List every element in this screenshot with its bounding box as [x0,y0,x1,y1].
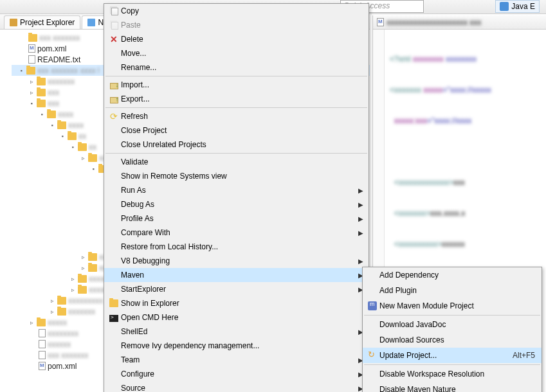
menu-restore-history[interactable]: Restore from Local History... [104,240,369,254]
java-perspective-button[interactable]: Java E [495,0,540,13]
tree-label: xxxxx [48,318,67,327]
file-icon [39,351,46,359]
expander-icon[interactable]: ▹ [80,155,86,161]
tree-label: xxxxxxxxx [68,296,103,305]
menu-import[interactable]: Import... [104,78,369,92]
menu-open-cmd[interactable]: Open CMD Here [104,310,369,325]
menu-shortcut: Alt+F5 [513,351,535,360]
expander-icon[interactable]: ▹ [28,89,35,96]
menu-close-unrelated[interactable]: Close Unrelated Projects [104,138,369,152]
menu-label: Delete [121,35,356,44]
submenu-disable-workspace[interactable]: Disable Workspace Resolution [363,366,541,382]
menu-show-in-explorer[interactable]: Show in Explorer [104,296,369,310]
menu-team[interactable]: Team▶ [104,353,369,367]
maven-file-icon [377,18,384,26]
expander-icon[interactable]: ▪ [18,67,24,74]
menu-configure[interactable]: Configure▶ [104,367,369,381]
tree-label: xxx xxxxxxx xxxx l [37,66,100,75]
folder-icon [78,143,87,151]
folder-icon [88,154,97,162]
menu-label: Update Project... [379,351,505,360]
expander-icon[interactable]: ▪ [49,122,55,129]
menu-export[interactable]: Export... [104,92,369,106]
paste-icon [111,22,118,30]
expander-icon[interactable]: ▪ [90,166,96,172]
menu-remove-ivy[interactable]: Remove Ivy dependency management... [104,339,369,353]
menu-label: Refresh [121,112,356,121]
submenu-update-project[interactable]: Update Project...Alt+F5 [363,348,541,363]
expander-icon[interactable]: ▹ [49,308,55,315]
menu-label: Add Dependency [379,271,535,280]
menu-label: Compare With [121,228,356,237]
cmd-icon [109,315,118,322]
expander-icon[interactable]: ▪ [69,144,76,150]
menu-run-as[interactable]: Run As▶ [104,183,369,197]
menu-validate[interactable]: Validate [104,155,369,169]
menu-label: Close Unrelated Projects [121,140,356,149]
menu-label: Paste [121,21,356,30]
tree-label: xxx xxxxxxx [39,33,80,42]
tree-label: README.txt [37,55,80,64]
expander-icon[interactable]: ▪ [28,100,35,107]
submenu-add-plugin[interactable]: Add Plugin [363,283,541,298]
submenu-download-sources[interactable]: Download Sources [363,332,541,348]
tree-label: xx [89,143,96,152]
expander-icon[interactable]: ▹ [49,298,55,304]
menu-start-explorer[interactable]: StartExplorer▶ [104,282,369,296]
project-explorer-icon [10,19,17,26]
expander-icon[interactable]: ▹ [28,78,35,85]
menu-profile-as[interactable]: Profile As▶ [104,211,369,226]
menu-move[interactable]: Move... [104,46,369,60]
menu-delete[interactable]: ✕Delete [104,32,369,46]
folder-icon [28,34,37,42]
expander-icon[interactable]: ▹ [28,319,35,326]
menu-v8-debugging[interactable]: V8 Debugging▶ [104,254,369,268]
tree-label: xxxxxxxx [48,329,78,338]
submenu-new-module[interactable]: New Maven Module Project [363,298,541,314]
menu-close-project[interactable]: Close Project [104,123,369,138]
maven-file-icon [39,362,46,370]
expander-icon[interactable]: ▹ [69,276,76,282]
menu-paste[interactable]: Paste [104,18,369,32]
submenu-arrow-icon: ▶ [358,258,363,265]
menu-label: Disable Maven Nature [379,385,535,392]
expander-icon[interactable]: ▹ [80,265,86,271]
folder-icon [88,253,97,261]
menu-label: Download JavaDoc [379,320,535,329]
menu-label: Open CMD Here [121,313,356,322]
menu-debug-as[interactable]: Debug As▶ [104,197,369,211]
menu-shelled[interactable]: ShellEd▶ [104,325,369,339]
tab-label: Project Explorer [20,18,75,27]
tree-label: xxxx [68,121,84,130]
tab-project-explorer[interactable]: Project Explorer [4,15,80,29]
submenu-add-dependency[interactable]: Add Dependency [363,267,541,283]
menu-label: Team [121,355,356,364]
editor-tab[interactable]: xxxxxxxxxxxxxxxxxxxxx xxx [373,15,546,30]
menu-label: Configure [121,370,356,379]
expander-icon[interactable]: ▹ [80,254,86,260]
tree-label: xxx xxxxxxx [48,351,88,360]
menu-label: StartExplorer [121,285,356,294]
maven-file-icon [28,44,35,53]
expander-icon[interactable]: ▹ [69,287,76,293]
menu-source[interactable]: Source▶ [104,381,369,392]
delete-icon: ✕ [109,34,119,44]
context-menu: Copy Paste ✕Delete Move... Rename... Imp… [104,3,369,392]
tree-label: xxxx [58,110,73,119]
folder-icon [78,286,87,294]
menu-remote-systems[interactable]: Show in Remote Systems view [104,169,369,183]
menu-copy[interactable]: Copy [104,4,369,18]
submenu-download-javadoc[interactable]: Download JavaDoc [363,317,541,332]
menu-rename[interactable]: Rename... [104,60,369,75]
menu-compare-with[interactable]: Compare With▶ [104,226,369,240]
expander-icon[interactable]: ▪ [59,133,66,139]
folder-icon [37,100,46,107]
menu-refresh[interactable]: ⟳Refresh [104,109,369,123]
menu-label: Export... [121,94,356,103]
folder-icon [57,308,66,316]
menu-separator [105,76,367,76]
menu-maven[interactable]: Maven▶ [104,268,369,282]
menu-label: Show in Explorer [121,299,356,308]
expander-icon[interactable]: ▪ [39,111,45,118]
submenu-disable-nature[interactable]: Disable Maven Nature [363,382,541,392]
